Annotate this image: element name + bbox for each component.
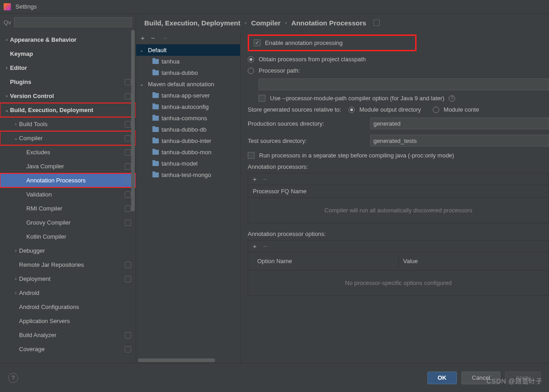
modified-badge-icon (125, 220, 131, 226)
sidebar-item-label: Build Tools (19, 121, 48, 127)
help-icon[interactable]: ? (449, 95, 455, 102)
sidebar-item[interactable]: ›Appearance & Behavior (0, 33, 136, 47)
processor-path-field[interactable] (259, 78, 549, 90)
sidebar-item-label: Groovy Compiler (26, 219, 71, 226)
breadcrumb-a[interactable]: Build, Execution, Deployment (144, 19, 240, 27)
sidebar-item[interactable]: Annotation Processors (0, 173, 136, 187)
expand-arrow-icon: › (13, 248, 19, 253)
ok-button[interactable]: OK (427, 372, 457, 384)
profiles-panel: + − → ⌄Defaulttanhuatanhua-dubbo⌄Maven d… (136, 32, 240, 363)
sidebar-item[interactable]: Android Configurations (0, 300, 136, 314)
sidebar-item-label: Plugins (10, 78, 31, 85)
add-processor-button[interactable]: + (253, 175, 257, 183)
horizontal-scrollbar[interactable] (136, 358, 240, 363)
profile-item-label: tanhua-test-mongo (162, 172, 211, 178)
expand-arrow-icon: › (13, 276, 19, 281)
obtain-classpath-label: Obtain processors from project classpath (259, 56, 366, 63)
modified-badge-icon (125, 346, 131, 353)
profile-item[interactable]: tanhua (136, 56, 240, 67)
profile-item[interactable]: tanhua-dubbo-inter (136, 135, 240, 147)
move-button: → (162, 34, 168, 42)
processor-path-radio[interactable] (248, 68, 254, 74)
add-option-button[interactable]: + (253, 242, 257, 250)
sidebar-item[interactable]: ›Android (0, 286, 136, 300)
sidebar-item-label: Keymap (10, 50, 33, 57)
sidebar-item[interactable]: Coverage (0, 342, 136, 356)
profile-item[interactable]: tanhua-app-server (136, 90, 240, 101)
search-input[interactable] (14, 17, 132, 27)
sidebar-item[interactable]: Keymap (0, 47, 136, 61)
modified-badge-icon (125, 262, 131, 268)
add-profile-button[interactable]: + (141, 34, 145, 42)
sidebar-item-label: Build Analyzer (19, 332, 56, 338)
modified-badge-icon (125, 93, 131, 99)
profile-item[interactable]: tanhua-test-mongo (136, 169, 240, 181)
modified-badge-icon (125, 177, 131, 184)
expand-arrow-icon: › (4, 93, 10, 98)
breadcrumb: Build, Execution, Deployment › Compiler … (136, 14, 549, 32)
sidebar-item[interactable]: Build Analyzer (0, 328, 136, 342)
folder-icon (152, 161, 159, 166)
obtain-classpath-radio[interactable] (248, 56, 254, 63)
sidebar-item[interactable]: Remote Jar Repositories (0, 258, 136, 272)
profile-item[interactable]: tanhua-autoconfig (136, 101, 240, 113)
processors-table: Processor FQ Name Compiler will run all … (248, 185, 549, 223)
chevron-right-icon: › (245, 20, 247, 25)
sidebar-item[interactable]: ⌄Compiler (0, 131, 136, 145)
scrollbar-thumb[interactable] (131, 30, 135, 211)
test-dir-field[interactable] (370, 135, 549, 147)
sidebar-item[interactable]: ›Editor (0, 61, 136, 75)
sidebar-item[interactable]: RMI Compiler (0, 201, 136, 216)
sidebar-item[interactable]: ›Debugger (0, 244, 136, 258)
processor-path-label: Processor path: (259, 67, 300, 74)
modified-badge-icon (125, 163, 131, 170)
sidebar-item-label: Compiler (19, 135, 43, 142)
profile-item-label: tanhua-commons (162, 115, 207, 122)
profile-item-label: tanhua (162, 58, 180, 65)
prod-dir-field[interactable] (370, 118, 549, 129)
profile-item[interactable]: ⌄Maven default annotation (136, 78, 240, 90)
store-content-label: Module conte (444, 106, 479, 113)
separate-step-checkbox[interactable] (248, 152, 255, 159)
store-output-radio[interactable] (348, 107, 355, 113)
expand-arrow-icon: › (13, 122, 19, 127)
sidebar-item[interactable]: Java Compiler (0, 159, 136, 173)
store-content-radio[interactable] (433, 107, 439, 113)
ap-title: Annotation processors: (248, 163, 549, 170)
sidebar-item[interactable]: Validation (0, 187, 136, 201)
profile-item-label: tanhua-model (162, 160, 198, 167)
sidebar-item-label: Build, Execution, Deployment (10, 107, 93, 113)
sidebar-item[interactable]: ›Deployment (0, 272, 136, 286)
profile-item[interactable]: tanhua-model (136, 158, 240, 169)
sidebar-item[interactable]: Groovy Compiler (0, 216, 136, 230)
enable-annotation-checkbox[interactable] (254, 39, 260, 46)
sidebar-item[interactable]: ⌄Build, Execution, Deployment (0, 103, 136, 117)
profile-item[interactable]: tanhua-commons (136, 113, 240, 124)
profile-item-label: tanhua-dubbo (162, 69, 198, 76)
modified-badge-icon (125, 149, 131, 156)
sidebar-item[interactable]: Plugins (0, 75, 136, 89)
remove-profile-button[interactable]: − (151, 34, 155, 42)
breadcrumb-b[interactable]: Compiler (251, 19, 280, 27)
sidebar-item[interactable]: Excludes (0, 145, 136, 159)
profile-item[interactable]: tanhua-dubbo-mon (136, 147, 240, 158)
sidebar-item[interactable]: Kotlin Compiler (0, 230, 136, 244)
options-empty-text: No processor-specific options configured (248, 270, 549, 295)
profile-item[interactable]: tanhua-dubbo (136, 67, 240, 78)
sidebar-item-label: Debugger (19, 247, 45, 254)
sidebar-item[interactable]: ›Build Tools (0, 117, 136, 131)
expand-arrow-icon: ⌄ (4, 108, 10, 113)
processors-empty-text: Compiler will run all automatically disc… (248, 198, 549, 223)
help-button[interactable]: ? (8, 373, 18, 383)
profile-item[interactable]: tanhua-dubbo-db (136, 124, 240, 135)
sidebar-item[interactable]: Application Servers (0, 314, 136, 328)
reset-icon[interactable] (373, 20, 380, 26)
folder-icon (152, 138, 159, 143)
profile-item-label: tanhua-autoconfig (162, 103, 209, 110)
profile-item[interactable]: ⌄Default (136, 44, 240, 56)
sidebar-item-label: Editor (10, 64, 27, 71)
sidebar-item[interactable]: ›Version Control (0, 89, 136, 103)
sidebar-item-label: Excludes (26, 149, 50, 156)
opt-title: Annotation processor options: (248, 230, 549, 237)
module-path-checkbox[interactable] (259, 95, 265, 102)
